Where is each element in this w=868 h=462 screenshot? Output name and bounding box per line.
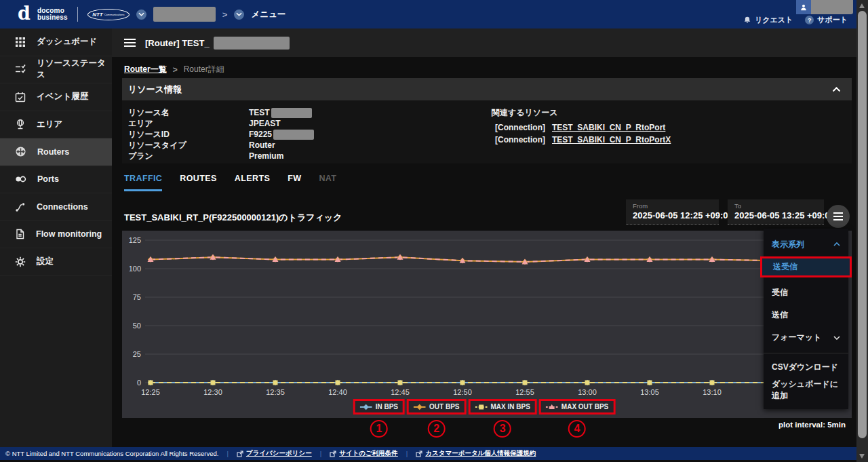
svg-text:12:35: 12:35 [266,388,285,396]
sidebar-item-event-history[interactable]: イベント履歴 [0,83,112,111]
tab-fw[interactable]: FW [288,174,301,191]
menu-divider [764,353,848,353]
sidebar-item-settings[interactable]: 設定 [0,248,112,276]
sidebar-item-label: Routers [37,147,69,157]
menu-item-send-receive[interactable]: 送受信 [760,256,852,277]
sidebar-item-flow-monitoring[interactable]: Flow monitoring [0,221,112,249]
related-type: [Connection] [495,121,545,134]
copyright-text: © NTT Limited and NTT Communications Cor… [5,450,218,457]
docomo-logo-icon: d [18,4,31,22]
page-footer: © NTT Limited and NTT Communications Cor… [0,447,868,460]
from-datetime-input[interactable]: From 2025-06-05 12:25 +09:00 [626,199,719,225]
calendar-check-icon [15,92,26,102]
field-value: Router [249,140,275,151]
menu-item-add-to-dashboard[interactable]: ダッシュボードに追加 [764,379,848,401]
field-value: Premium [249,151,283,161]
svg-text:12:55: 12:55 [515,388,534,396]
svg-text:100: 100 [129,265,141,273]
user-account-chip[interactable] [796,0,853,14]
to-value: 2025-06-05 13:25 +09:00 [734,210,817,220]
header-menu-button[interactable]: メニュー [251,9,285,20]
resource-panel-header[interactable]: リソース情報 [122,78,852,100]
annotation-number-3: 3 [494,420,511,438]
svg-text:25: 25 [133,350,141,358]
menu-chevron-icon[interactable] [234,9,244,20]
menu-item-csv-download[interactable]: CSVダウンロード [764,356,848,379]
privacy-policy-link[interactable]: プライバシーポリシー [237,449,312,458]
from-value: 2025-06-05 12:25 +09:00 [633,210,712,220]
field-value: JPEAST [249,118,281,129]
footer-separator: | [226,450,228,457]
grid-icon [15,37,26,47]
chevron-up-icon[interactable] [832,87,841,92]
annotation-number-2: 2 [428,420,446,438]
external-link-icon [237,450,243,457]
sidebar-item-ports[interactable]: Ports [0,166,112,194]
router-icon [15,146,26,157]
legend-item-max-out-bps[interactable]: MAX OUT BPS [539,399,615,415]
menu-group-format[interactable]: フォーマット [764,326,848,349]
menu-item-label: CSVダウンロード [772,362,838,373]
field-value: F9225 [249,129,272,140]
sidebar-item-label: 設定 [37,256,54,267]
legend-label: MAX OUT BPS [561,403,608,410]
breadcrumb-separator: > [173,65,178,75]
to-datetime-input[interactable]: To 2025-06-05 13:25 +09:00 [728,199,824,225]
personal-info-policy-link[interactable]: カスタマーポータル個人情報保護規約 [416,449,536,458]
org-name-redaction-mask[interactable] [153,7,216,22]
question-icon: ? [805,16,814,24]
field-label: エリア [122,118,249,129]
sidebar-item-dashboard[interactable]: ダッシュボード [0,28,112,56]
breadcrumb-router-list-link[interactable]: Router一覧 [124,64,167,75]
bell-icon [743,16,751,24]
footer-separator: | [406,450,408,457]
legend-item-in-bps[interactable]: IN BPS [353,399,405,415]
sidebar-item-label: イベント履歴 [37,91,88,102]
support-button[interactable]: ? サポート [805,15,848,25]
hamburger-icon[interactable] [124,42,136,43]
menu-item-send[interactable]: 送信 [764,304,848,326]
external-link-icon [416,450,422,457]
sidebar-item-area[interactable]: エリア [0,111,112,139]
sidebar-item-resource-status[interactable]: リソースステータス [0,56,112,84]
tab-alerts[interactable]: ALERTS [235,174,270,191]
scrollbar-thumb[interactable] [858,11,867,438]
related-type: [Connection] [495,134,545,146]
sidebar-item-label: エリア [37,119,62,130]
from-label: From [633,202,712,210]
svg-text:12:40: 12:40 [328,388,347,396]
scrollbar-up-arrow[interactable] [859,3,865,8]
router-name-redaction-mask [214,37,290,50]
max-in-bps-marker-icon [475,404,488,410]
sidebar-item-connections[interactable]: Connections [0,193,112,221]
request-button[interactable]: リクエスト [743,15,793,25]
tab-routes[interactable]: ROUTES [180,174,217,191]
tab-traffic[interactable]: TRAFFIC [124,174,162,191]
legend-item-out-bps[interactable]: OUT BPS [407,399,466,415]
out-bps-marker-icon [414,404,426,410]
vertical-scrollbar[interactable] [856,0,868,462]
legend-label: MAX IN BPS [491,403,530,410]
chart-options-menu-button[interactable] [827,205,850,228]
menu-item-receive[interactable]: 受信 [764,282,848,304]
field-value: TEST [249,107,270,118]
menu-item-label: 送受信 [773,261,797,273]
menu-group-label: 表示系列 [772,239,804,250]
sidebar-item-routers[interactable]: Routers [0,138,112,166]
breadcrumb-current: Router詳細 [184,64,224,75]
plot-interval-label: plot interval: 5min [778,421,846,429]
sidebar-item-label: ダッシュボード [37,36,97,47]
legend-item-max-in-bps[interactable]: MAX IN BPS [469,399,537,415]
breadcrumb: Router一覧 > Router詳細 [124,64,224,75]
chevron-up-icon [833,242,840,246]
sidebar: ダッシュボード リソースステータス イベント履歴 エリア Routers Por… [0,28,112,447]
globe-icon [15,119,26,130]
org-selector-chevron-icon[interactable] [136,9,146,20]
request-label: リクエスト [755,15,793,25]
menu-group-display-series[interactable]: 表示系列 [764,237,848,252]
scrollbar-down-arrow[interactable] [859,454,865,459]
brand-text: docomo business [37,7,68,21]
related-connection-link[interactable]: TEST_SABIKI_CN_P_RtoPortX [552,134,671,146]
terms-of-use-link[interactable]: サイトのご利用条件 [330,449,398,458]
related-connection-link[interactable]: TEST_SABIKI_CN_P_RtoPort [552,121,665,134]
